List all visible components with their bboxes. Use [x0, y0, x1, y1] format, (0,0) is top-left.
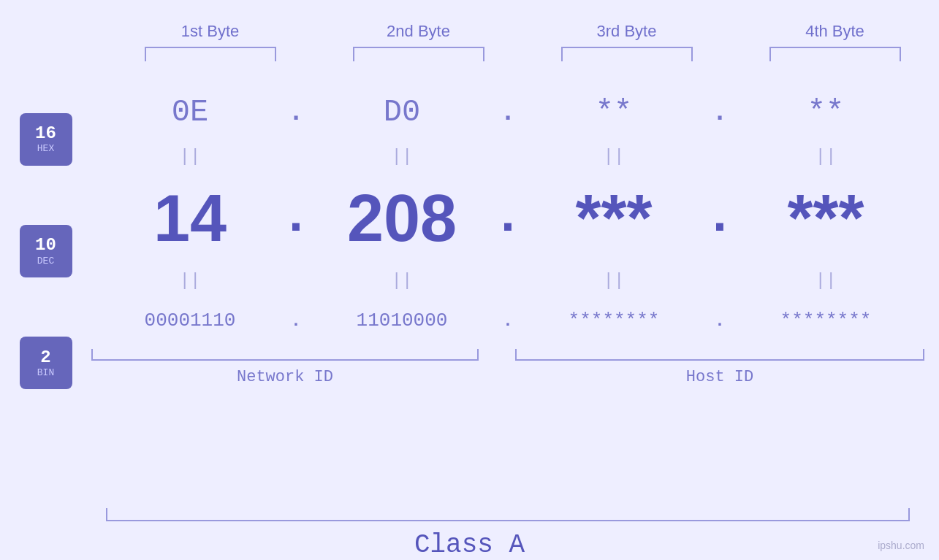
top-bracket-1	[145, 47, 276, 61]
dec-byte-2: 208	[314, 185, 490, 251]
bottom-bracket-area: Network ID Host ID	[91, 349, 924, 386]
bin-row: 00001110 . 11010000 . ******** .	[91, 295, 924, 346]
eq-2-2: ||	[314, 271, 490, 291]
equals-row-1: || || || ||	[91, 142, 924, 171]
dec-byte-1: 14	[102, 185, 278, 251]
network-id-label: Network ID	[91, 368, 479, 386]
bin-byte-4: ********	[738, 310, 913, 331]
top-bracket-3	[561, 47, 693, 61]
bin-dot-3: .	[702, 311, 738, 331]
hex-dot-1: .	[278, 98, 314, 128]
host-id-label: Host ID	[515, 368, 924, 386]
byte-header-1: 1st Byte	[106, 22, 314, 41]
hex-badge: 16 HEX	[20, 113, 72, 166]
hex-badge-label: HEX	[37, 143, 54, 154]
main-area: 16 HEX 10 DEC 2 BIN 0E .	[0, 69, 939, 502]
bin-badge: 2 BIN	[20, 337, 72, 389]
byte-header-4: 4th Byte	[731, 22, 939, 41]
bottom-brackets-flex	[91, 349, 924, 364]
class-label: Class A	[0, 530, 939, 560]
dec-dot-1: .	[278, 188, 314, 249]
eq-1-1: ||	[102, 147, 278, 166]
bin-dot-2: .	[490, 311, 526, 331]
eq-1-2: ||	[314, 147, 490, 166]
top-bracket-2	[353, 47, 484, 61]
dec-byte-3: ***	[526, 185, 702, 251]
bracket-cell-2	[314, 47, 522, 61]
hex-dot-3: .	[702, 98, 738, 128]
hex-row: 0E . D0 . ** . **	[91, 83, 924, 142]
hex-byte-1: 0E	[102, 95, 278, 130]
bracket-cell-4	[731, 47, 939, 61]
rows-wrapper: 0E . D0 . ** . **	[91, 69, 939, 386]
eq-1-4: ||	[738, 147, 913, 166]
labels-flex: Network ID Host ID	[91, 368, 924, 386]
eq-2-3: ||	[526, 271, 702, 291]
dec-byte-4: ***	[738, 185, 913, 251]
bin-byte-2: 11010000	[314, 310, 490, 331]
main-container: 1st Byte 2nd Byte 3rd Byte 4th Byte 16 H…	[0, 0, 939, 560]
dec-badge: 10 DEC	[20, 225, 72, 277]
bin-badge-label: BIN	[37, 367, 54, 378]
host-bottom-bracket	[515, 349, 924, 361]
eq-2-4: ||	[738, 271, 913, 291]
hex-byte-3: **	[526, 95, 702, 130]
bin-byte-1: 00001110	[102, 310, 278, 331]
hex-dot-2: .	[490, 98, 526, 128]
bracket-cell-1	[106, 47, 314, 61]
equals-row-2: || || || ||	[91, 266, 924, 295]
bin-badge-number: 2	[40, 348, 50, 367]
badges-column: 16 HEX 10 DEC 2 BIN	[0, 69, 91, 419]
byte-headers-row: 1st Byte 2nd Byte 3rd Byte 4th Byte	[0, 22, 939, 41]
network-bottom-bracket	[91, 349, 479, 361]
eq-1-3: ||	[526, 147, 702, 166]
dec-badge-label: DEC	[37, 256, 54, 266]
top-brackets-row	[0, 47, 939, 61]
watermark: ipshu.com	[878, 540, 924, 551]
byte-header-3: 3rd Byte	[522, 22, 731, 41]
bracket-cell-3	[522, 47, 731, 61]
dec-dot-2: .	[490, 188, 526, 249]
bin-byte-3: ********	[526, 310, 702, 331]
full-bottom-bracket	[106, 508, 910, 521]
dec-dot-3: .	[702, 188, 738, 249]
top-bracket-4	[769, 47, 901, 61]
dec-row: 14 . 208 . *** . ***	[91, 171, 924, 266]
hex-byte-2: D0	[314, 95, 490, 130]
hex-badge-number: 16	[35, 124, 56, 143]
byte-header-2: 2nd Byte	[314, 22, 522, 41]
bin-dot-1: .	[278, 311, 314, 331]
eq-2-1: ||	[102, 271, 278, 291]
hex-byte-4: **	[738, 95, 913, 130]
dec-badge-number: 10	[35, 236, 56, 255]
